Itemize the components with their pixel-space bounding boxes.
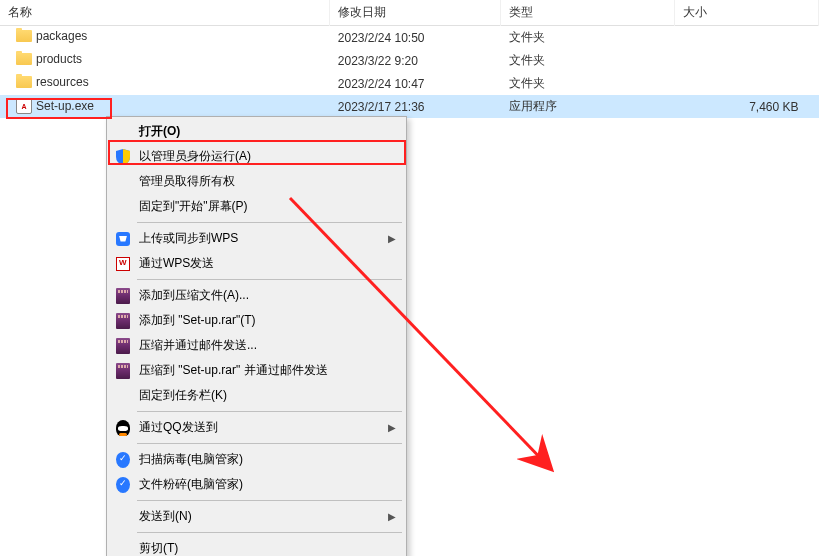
menu-send-to-label: 发送到(N) [139,508,192,525]
menu-compress-email[interactable]: 压缩并通过邮件发送... [109,333,404,358]
menu-pin-start-label: 固定到"开始"屏幕(P) [139,198,248,215]
menu-separator [137,411,402,412]
wps-send-icon [115,256,131,272]
folder-icon [16,76,32,88]
file-date-cell: 2023/3/22 9:20 [330,49,501,72]
rar-icon [115,288,131,304]
column-header-row: 名称 修改日期 类型 大小 [0,0,819,26]
menu-pin-taskbar-label: 固定到任务栏(K) [139,387,227,404]
menu-cut[interactable]: 剪切(T) [109,536,404,556]
menu-add-setup-rar[interactable]: 添加到 "Set-up.rar"(T) [109,308,404,333]
table-row[interactable]: products2023/3/22 9:20文件夹 [0,49,819,72]
menu-separator [137,279,402,280]
menu-send-to[interactable]: 发送到(N) ▶ [109,504,404,529]
file-name-label: Set-up.exe [36,99,94,113]
chevron-right-icon: ▶ [388,422,396,433]
menu-compress-email-label: 压缩并通过邮件发送... [139,337,257,354]
file-date-cell: 2023/2/17 21:36 [330,95,501,118]
menu-compress-setup-email-label: 压缩到 "Set-up.rar" 并通过邮件发送 [139,362,328,379]
column-header-type[interactable]: 类型 [501,0,674,26]
file-size-cell [674,72,818,95]
menu-open[interactable]: 打开(O) [109,119,404,144]
file-name-label: products [36,52,82,66]
menu-pin-start[interactable]: 固定到"开始"屏幕(P) [109,194,404,219]
menu-separator [137,222,402,223]
menu-pin-taskbar[interactable]: 固定到任务栏(K) [109,383,404,408]
menu-separator [137,443,402,444]
table-row[interactable]: resources2023/2/24 10:47文件夹 [0,72,819,95]
menu-admin-ownership[interactable]: 管理员取得所有权 [109,169,404,194]
menu-send-qq[interactable]: 通过QQ发送到 ▶ [109,415,404,440]
rar-icon [115,338,131,354]
menu-compress-setup-email[interactable]: 压缩到 "Set-up.rar" 并通过邮件发送 [109,358,404,383]
menu-open-label: 打开(O) [139,123,180,140]
menu-send-wps[interactable]: 通过WPS发送 [109,251,404,276]
file-type-cell: 文件夹 [501,26,674,50]
file-list-table: 名称 修改日期 类型 大小 packages2023/2/24 10:50文件夹… [0,0,819,118]
table-row[interactable]: ASet-up.exe2023/2/17 21:36应用程序7,460 KB [0,95,819,118]
menu-send-wps-label: 通过WPS发送 [139,255,214,272]
file-name-cell: packages [0,26,330,46]
qqmgr-icon [115,477,131,493]
menu-admin-ownership-label: 管理员取得所有权 [139,173,235,190]
file-date-cell: 2023/2/24 10:50 [330,26,501,50]
table-row[interactable]: packages2023/2/24 10:50文件夹 [0,26,819,50]
file-name-label: resources [36,75,89,89]
file-date-cell: 2023/2/24 10:47 [330,72,501,95]
menu-send-qq-label: 通过QQ发送到 [139,419,218,436]
rar-icon [115,363,131,379]
file-name-cell: products [0,49,330,69]
menu-upload-wps[interactable]: 上传或同步到WPS ▶ [109,226,404,251]
chevron-right-icon: ▶ [388,233,396,244]
context-menu: 打开(O) 以管理员身份运行(A) 管理员取得所有权 固定到"开始"屏幕(P) … [106,116,407,556]
chevron-right-icon: ▶ [388,511,396,522]
file-size-cell [674,49,818,72]
column-header-name[interactable]: 名称 [0,0,330,26]
file-size-cell: 7,460 KB [674,95,818,118]
rar-icon [115,313,131,329]
menu-cut-label: 剪切(T) [139,540,178,556]
qq-icon [115,420,131,436]
menu-separator [137,500,402,501]
menu-add-setup-rar-label: 添加到 "Set-up.rar"(T) [139,312,256,329]
menu-separator [137,532,402,533]
column-header-date[interactable]: 修改日期 [330,0,501,26]
menu-upload-wps-label: 上传或同步到WPS [139,230,238,247]
folder-icon [16,30,32,42]
file-type-cell: 应用程序 [501,95,674,118]
menu-scan-virus-label: 扫描病毒(电脑管家) [139,451,243,468]
menu-add-archive-label: 添加到压缩文件(A)... [139,287,249,304]
folder-icon [16,53,32,65]
menu-run-as-admin-label: 以管理员身份运行(A) [139,148,251,165]
menu-add-archive[interactable]: 添加到压缩文件(A)... [109,283,404,308]
file-name-cell: ASet-up.exe [0,95,330,117]
shield-icon [115,149,131,165]
file-type-cell: 文件夹 [501,49,674,72]
file-size-cell [674,26,818,50]
wps-cloud-icon [115,231,131,247]
menu-shred-file[interactable]: 文件粉碎(电脑管家) [109,472,404,497]
menu-run-as-admin[interactable]: 以管理员身份运行(A) [109,144,404,169]
file-type-cell: 文件夹 [501,72,674,95]
qqmgr-icon [115,452,131,468]
menu-shred-file-label: 文件粉碎(电脑管家) [139,476,243,493]
column-header-size[interactable]: 大小 [674,0,818,26]
file-name-label: packages [36,29,87,43]
exe-icon: A [16,98,32,114]
file-name-cell: resources [0,72,330,92]
menu-scan-virus[interactable]: 扫描病毒(电脑管家) [109,447,404,472]
